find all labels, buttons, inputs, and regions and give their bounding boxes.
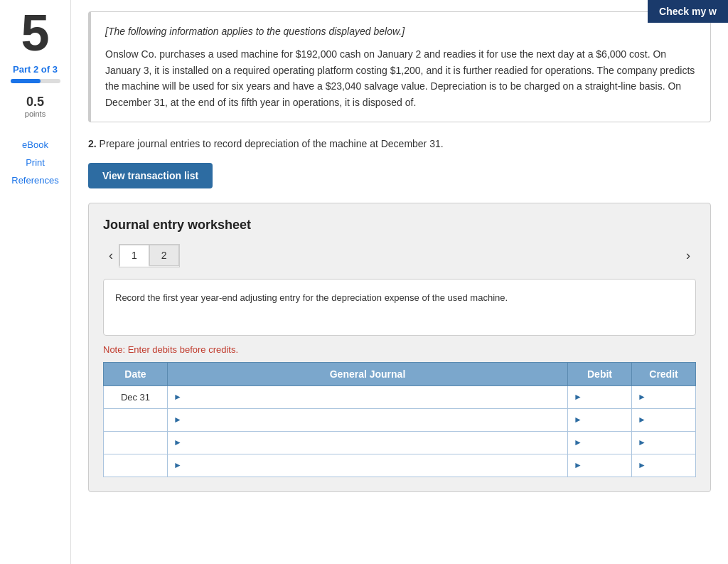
arrow-icon-1: ►	[173, 392, 182, 402]
credit-input-3[interactable]	[649, 437, 690, 448]
part-info: Part 2 of 3	[13, 64, 58, 75]
credit-cell-content-2: ►	[638, 415, 690, 425]
credit-arrow-icon-3: ►	[638, 437, 646, 447]
debit-cell-content-1: ►	[574, 392, 626, 403]
points-display: 0.5 points	[25, 95, 46, 118]
debit-arrow-icon-4: ►	[574, 460, 582, 470]
part-label: Part	[13, 64, 31, 75]
date-cell-3	[104, 431, 168, 454]
check-my-work-button[interactable]: Check my w	[648, 0, 728, 23]
tab-navigation: ‹ 1 2 ›	[103, 244, 696, 267]
credit-cell-content-4: ►	[638, 460, 690, 471]
credit-cell-2: ►	[632, 408, 696, 431]
date-cell-2	[104, 408, 168, 431]
question-body: Prepare journal entries to record deprec…	[100, 138, 444, 149]
print-link[interactable]: Print	[26, 157, 45, 168]
question-number-inline: 2.	[88, 138, 97, 149]
credit-cell-4: ►	[632, 454, 696, 477]
arrow-icon-3: ►	[173, 437, 182, 447]
debit-arrow-icon-1: ►	[574, 392, 582, 402]
note-text: Note: Enter debits before credits.	[103, 344, 696, 355]
date-cell-4	[104, 454, 168, 477]
journal-cell-content-1: ►	[173, 392, 562, 403]
question-text: 2. Prepare journal entries to record dep…	[88, 137, 711, 151]
debit-arrow-icon-3: ►	[574, 437, 582, 447]
points-label: points	[25, 110, 46, 118]
journal-table: Date General Journal Debit Credit Dec 31	[103, 362, 696, 477]
references-link[interactable]: References	[11, 175, 58, 186]
credit-cell-3: ►	[632, 431, 696, 454]
arrow-icon-4: ►	[173, 460, 182, 470]
sidebar: 5 Part 2 of 3 0.5 points eBook Print Ref…	[0, 0, 71, 564]
tab-next-arrow[interactable]: ›	[680, 244, 696, 267]
view-transaction-button[interactable]: View transaction list	[88, 163, 213, 188]
worksheet-title: Journal entry worksheet	[103, 218, 696, 233]
debit-cell-content-3: ►	[574, 437, 626, 448]
journal-cell-content-4: ►	[173, 460, 562, 471]
debit-cell-3: ►	[568, 431, 632, 454]
worksheet-container: Journal entry worksheet ‹ 1 2 › Record t…	[88, 203, 711, 492]
col-date: Date	[104, 362, 168, 385]
credit-input-4[interactable]	[649, 460, 690, 471]
question-number: 5	[21, 7, 49, 58]
tab-prev-arrow[interactable]: ‹	[103, 244, 119, 267]
info-box: [The following information applies to th…	[88, 11, 711, 122]
journal-cell-4: ►	[168, 454, 568, 477]
journal-input-2[interactable]	[185, 415, 562, 425]
ebook-link[interactable]: eBook	[22, 139, 48, 150]
table-row: ► ► ►	[104, 431, 696, 454]
points-value: 0.5	[25, 95, 46, 110]
arrow-icon-2: ►	[173, 415, 182, 425]
credit-cell-content-1: ►	[638, 392, 690, 403]
journal-cell-1: ►	[168, 385, 568, 408]
journal-input-3[interactable]	[185, 437, 562, 448]
main-content: [The following information applies to th…	[71, 0, 728, 564]
col-credit: Credit	[632, 362, 696, 385]
credit-arrow-icon-4: ►	[638, 460, 646, 470]
debit-input-4[interactable]	[585, 460, 626, 471]
date-cell-1: Dec 31	[104, 385, 168, 408]
record-instruction: Record the first year year-end adjusting…	[103, 279, 696, 336]
table-header-row: Date General Journal Debit Credit	[104, 362, 696, 385]
journal-cell-content-2: ►	[173, 415, 562, 425]
record-instruction-text: Record the first year year-end adjusting…	[115, 292, 508, 303]
debit-input-2[interactable]	[585, 415, 626, 425]
debit-cell-content-4: ►	[574, 460, 626, 471]
col-debit: Debit	[568, 362, 632, 385]
page-layout: 5 Part 2 of 3 0.5 points eBook Print Ref…	[0, 0, 728, 564]
credit-cell-1: ►	[632, 385, 696, 408]
debit-cell-4: ►	[568, 454, 632, 477]
part-of: of 3	[41, 64, 58, 75]
tab-2[interactable]: 2	[149, 245, 179, 266]
debit-cell-2: ►	[568, 408, 632, 431]
sidebar-links: eBook Print References	[11, 139, 58, 186]
credit-input-1[interactable]	[649, 392, 690, 403]
date-value-1: Dec 31	[121, 392, 150, 403]
top-bar: Check my w	[648, 0, 728, 23]
info-line2: Onslow Co. purchases a used machine for …	[105, 46, 696, 110]
table-row: Dec 31 ► ►	[104, 385, 696, 408]
debit-cell-content-2: ►	[574, 415, 626, 425]
journal-cell-content-3: ►	[173, 437, 562, 448]
col-general-journal: General Journal	[168, 362, 568, 385]
tab-number-area: 1 2	[119, 244, 180, 267]
table-row: ► ► ►	[104, 408, 696, 431]
part-number: 2	[33, 64, 38, 75]
debit-arrow-icon-2: ►	[574, 415, 582, 425]
debit-input-3[interactable]	[585, 437, 626, 448]
tab-1[interactable]: 1	[119, 245, 149, 267]
debit-input-1[interactable]	[585, 392, 626, 403]
credit-cell-content-3: ►	[638, 437, 690, 448]
table-row: ► ► ►	[104, 454, 696, 477]
journal-cell-3: ►	[168, 431, 568, 454]
credit-arrow-icon-1: ►	[638, 392, 646, 402]
progress-bar-container	[11, 79, 60, 83]
journal-cell-2: ►	[168, 408, 568, 431]
journal-input-1[interactable]	[185, 392, 562, 403]
debit-cell-1: ►	[568, 385, 632, 408]
progress-bar-fill	[11, 79, 41, 83]
info-line1: [The following information applies to th…	[105, 23, 696, 39]
credit-input-2[interactable]	[649, 415, 690, 425]
journal-input-4[interactable]	[185, 460, 562, 471]
credit-arrow-icon-2: ►	[638, 415, 646, 425]
